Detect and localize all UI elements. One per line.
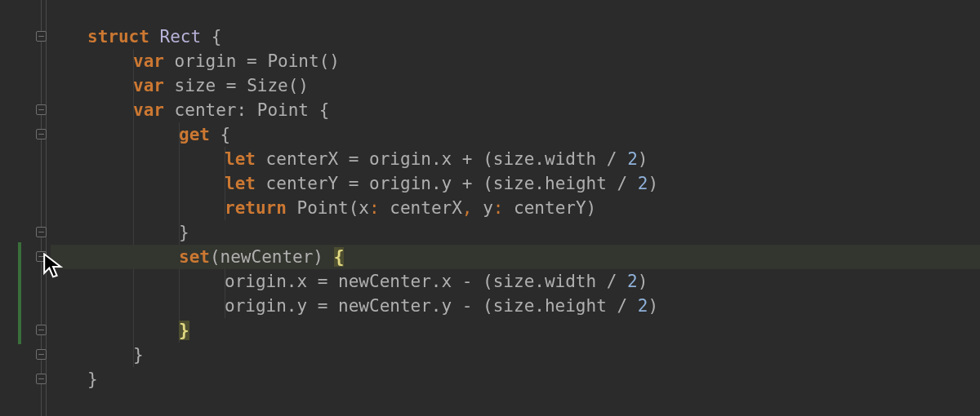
code-line[interactable]: var center: Point { [51,98,980,122]
expression: centerY) [503,198,596,218]
number-literal: 2 [627,272,638,291]
code-line[interactable]: var size = Size() [51,73,980,98]
paren: ) [638,149,648,169]
brace: { [319,100,330,120]
comma: , [462,198,473,218]
brace-open-matched: { [334,247,345,267]
gutter [0,0,51,416]
code-line[interactable]: } [51,318,980,343]
fold-handle[interactable] [36,374,47,384]
fold-handle[interactable] [36,129,47,139]
colon: : [493,198,504,218]
brace-close-matched: } [179,321,189,340]
fold-handle[interactable] [36,227,47,237]
fold-handle[interactable] [36,325,47,335]
code-line[interactable]: var origin = Point() [51,49,980,73]
paren: ) [638,272,648,291]
parameter-list: (newCenter) [210,247,334,267]
brace: } [133,345,144,365]
keyword-return: return [225,198,287,218]
expression: Point(x [287,198,369,218]
paren: ) [648,296,658,316]
identifier: origin [175,51,237,71]
colon: : [236,100,247,120]
code-line-current[interactable]: set(newCenter) { [51,245,980,269]
code-line[interactable]: return Point(x: centerX, y: centerY) [51,196,980,220]
type-name: Rect [160,27,202,46]
brace: } [87,370,98,389]
expression: origin.y = newCenter.y - (size.height / [225,296,638,316]
type-name: Point [257,100,309,120]
brace: } [179,223,189,242]
number-literal: 2 [627,149,638,169]
code-line[interactable]: } [51,343,980,367]
colon: : [369,198,380,218]
code-line[interactable]: get { [51,122,980,147]
operator: = [247,51,257,71]
code-line[interactable]: struct Rect { [51,24,980,49]
operator: = [226,76,237,95]
number-literal: 2 [638,174,648,193]
expression: centerX [380,198,462,218]
expression: origin.x = newCenter.x - (size.width / [225,272,627,291]
operator: = [349,149,359,169]
identifier: size [175,76,216,95]
brace: { [220,125,231,144]
code-area[interactable]: struct Rect { var origin = Point() var s… [51,0,980,416]
brace: { [212,27,222,46]
expression: origin.y + (size.height / [369,174,638,193]
paren: ) [648,174,658,193]
code-line[interactable]: } [51,220,980,245]
identifier: centerY [266,174,339,193]
vcs-change-strip [18,242,21,344]
expression: origin.x + (size.width / [369,149,627,169]
code-line[interactable]: origin.x = newCenter.x - (size.width / 2… [51,269,980,294]
fold-handle[interactable] [36,349,47,360]
fold-handle[interactable] [36,104,47,115]
keyword-let: let [225,149,256,169]
fold-handle[interactable] [36,31,47,42]
call-expr: Size() [247,76,309,95]
fold-handle[interactable] [36,251,47,262]
keyword-let: let [225,174,256,193]
keyword-var: var [133,100,164,120]
operator: = [349,174,359,193]
code-editor[interactable]: struct Rect { var origin = Point() var s… [0,0,980,416]
keyword-struct: struct [87,27,149,46]
expression: y [472,198,492,218]
keyword-set: set [179,247,210,267]
keyword-var: var [133,51,164,71]
identifier: center [175,100,237,120]
code-line[interactable]: } [51,367,980,392]
code-line[interactable]: origin.y = newCenter.y - (size.height / … [51,294,980,318]
code-line[interactable]: let centerY = origin.y + (size.height / … [51,171,980,196]
call-expr: Point() [267,51,340,71]
code-line[interactable]: let centerX = origin.x + (size.width / 2… [51,147,980,171]
keyword-var: var [133,76,164,95]
number-literal: 2 [638,296,648,316]
identifier: centerX [266,149,339,169]
keyword-get: get [179,125,210,144]
